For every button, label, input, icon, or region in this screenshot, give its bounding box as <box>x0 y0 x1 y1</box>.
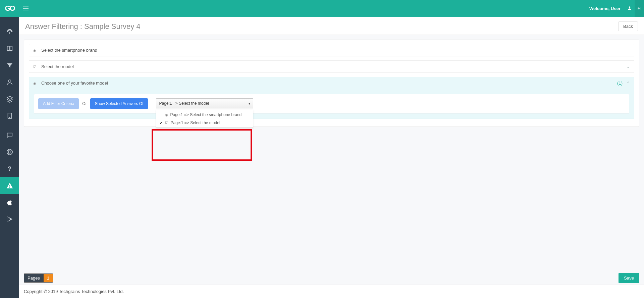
save-button[interactable]: Save <box>619 273 639 283</box>
chevron-up-icon[interactable]: ⌃ <box>627 81 630 86</box>
user-button[interactable] <box>625 6 634 11</box>
apple-icon <box>6 199 13 206</box>
annotation-highlight <box>152 129 252 161</box>
logo-glyph: GO <box>5 4 14 13</box>
question-label: Select the smartphone brand <box>41 48 97 53</box>
sidebar-item-chat[interactable] <box>0 127 19 144</box>
page-title: Answer Filtering : Sample Survey 4 <box>25 22 141 31</box>
logout-button[interactable] <box>635 0 644 17</box>
dropdown-option-label: Page:1 => Select the smartphone brand <box>170 112 241 117</box>
sidebar-item-surveys[interactable] <box>0 40 19 57</box>
sidebar-item-support[interactable] <box>0 144 19 160</box>
sidebar-item-help[interactable]: ? <box>0 160 19 177</box>
question-label: Select the model <box>41 64 74 69</box>
show-selected-answers-button[interactable]: Show Selected Answers Of <box>90 98 148 109</box>
lifebuoy-icon <box>6 148 13 156</box>
sidebar-item-layers[interactable] <box>0 91 19 107</box>
bottom-bar: Pages 1 Save <box>19 271 644 285</box>
question-select-menu: Page:1 => Select the smartphone brand ✔ … <box>156 110 253 128</box>
sidebar-item-play[interactable] <box>0 211 19 228</box>
question-select-wrapper: Page:1 => Select the model ▾ Page:1 => S… <box>156 98 253 108</box>
dropdown-option[interactable]: ✔ Page:1 => Select the model <box>156 119 253 127</box>
copyright-text: Copyright © 2019 Techgrains Technologies… <box>24 289 124 294</box>
check-icon: ✔ <box>159 121 163 125</box>
checkbox-icon <box>165 120 168 125</box>
checkbox-icon <box>33 64 38 69</box>
question-select[interactable]: Page:1 => Select the model ▾ <box>156 98 253 108</box>
filter-icon <box>6 62 13 69</box>
question-select-value: Page:1 => Select the model <box>159 101 209 106</box>
svg-point-6 <box>9 117 10 118</box>
dropdown-option-label: Page:1 => Select the model <box>170 120 220 125</box>
hamburger-icon <box>23 6 29 11</box>
content-area: Select the smartphone brand Select the m… <box>19 35 644 271</box>
filter-count: (1) <box>617 81 623 86</box>
layers-icon <box>6 95 13 103</box>
topbar: GO Welcome, User <box>0 0 644 17</box>
question-icon: ? <box>8 165 11 172</box>
filter-toolbar: Add Filter Criteria Or Show Selected Ans… <box>34 94 629 113</box>
dashboard-icon <box>6 28 13 36</box>
question-row[interactable]: Select the model ⌄ <box>29 60 634 73</box>
chat-icon <box>6 132 13 139</box>
sidebar-item-alerts[interactable] <box>0 177 19 194</box>
svg-rect-2 <box>23 10 29 10</box>
svg-point-3 <box>629 6 631 8</box>
tablet-icon <box>6 112 13 119</box>
book-icon <box>6 45 13 52</box>
svg-rect-0 <box>23 7 29 7</box>
users-icon <box>6 79 13 86</box>
svg-rect-9 <box>9 185 10 187</box>
sidebar-item-filter[interactable] <box>0 57 19 74</box>
menu-toggle-button[interactable] <box>19 6 33 11</box>
page-number-active[interactable]: 1 <box>43 274 53 282</box>
sidebar-item-users[interactable] <box>0 74 19 91</box>
question-row-expanded[interactable]: Choose one of your favorite model (1) ⌃ <box>29 77 634 89</box>
questions-panel: Select the smartphone brand Select the m… <box>24 40 639 127</box>
add-filter-criteria-button[interactable]: Add Filter Criteria <box>38 98 79 109</box>
radio-icon <box>33 48 38 53</box>
sidebar-item-tablet[interactable] <box>0 107 19 124</box>
svg-rect-1 <box>23 8 29 8</box>
sidebar: ? <box>0 17 19 298</box>
radio-icon <box>165 112 168 117</box>
sidebar-item-apple[interactable] <box>0 194 19 211</box>
dropdown-option[interactable]: Page:1 => Select the smartphone brand <box>156 111 253 119</box>
svg-rect-10 <box>9 187 10 188</box>
warning-icon <box>6 182 13 189</box>
chevron-down-icon[interactable]: ⌄ <box>627 64 630 69</box>
user-icon <box>627 6 632 10</box>
pages-label: Pages <box>24 274 43 282</box>
main: Answer Filtering : Sample Survey 4 Back … <box>19 17 644 298</box>
page-header: Answer Filtering : Sample Survey 4 Back <box>19 17 644 35</box>
footer: Copyright © 2019 Techgrains Technologies… <box>19 285 644 298</box>
question-label: Choose one of your favorite model <box>41 81 108 86</box>
back-button[interactable]: Back <box>618 21 638 31</box>
question-row[interactable]: Select the smartphone brand <box>29 44 634 56</box>
question-expanded-body: Add Filter Criteria Or Show Selected Ans… <box>29 89 634 118</box>
play-icon <box>6 215 13 223</box>
svg-point-4 <box>8 80 11 82</box>
caret-down-icon: ▾ <box>249 102 250 105</box>
welcome-text: Welcome, User <box>585 6 625 11</box>
svg-point-8 <box>8 151 11 153</box>
toolbar-or-label: Or <box>82 101 87 106</box>
logout-icon <box>637 6 642 11</box>
sidebar-item-dashboard[interactable] <box>0 23 19 40</box>
pagination: Pages 1 <box>24 274 53 283</box>
radio-icon <box>33 81 38 86</box>
logo[interactable]: GO <box>0 4 19 13</box>
